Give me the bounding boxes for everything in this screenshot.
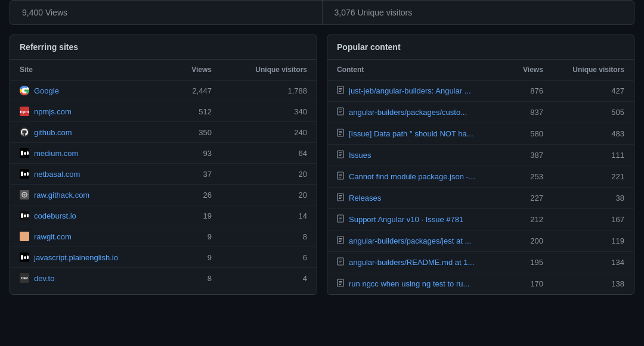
google-icon xyxy=(20,86,29,95)
popular-content-row: Support Angular v10 · Issue #781 212 167 xyxy=(327,209,634,230)
content-unique: 221 xyxy=(553,166,634,188)
content-views: 876 xyxy=(507,80,552,102)
referring-site-row: medium.com 93 64 xyxy=(10,143,317,164)
content-unique: 134 xyxy=(553,252,634,273)
content-unique: 505 xyxy=(553,102,634,123)
popular-content-row: angular-builders/packages/custo... 837 5… xyxy=(327,102,634,123)
content-link[interactable]: angular-builders/packages/custo... xyxy=(349,108,467,117)
site-unique: 1,788 xyxy=(221,80,317,101)
site-link[interactable]: medium.com xyxy=(34,149,78,158)
content-link[interactable]: just-jeb/angular-builders: Angular ... xyxy=(349,86,471,95)
site-views: 350 xyxy=(168,122,221,143)
content-col-header: Content xyxy=(327,60,507,80)
site-link[interactable]: netbasal.com xyxy=(34,170,80,179)
site-link[interactable]: codeburst.io xyxy=(34,211,76,220)
content-cell: Releases xyxy=(327,188,507,209)
site-link[interactable]: raw.githack.com xyxy=(34,191,89,200)
referring-site-row: netbasal.com 37 20 xyxy=(10,164,317,185)
document-icon xyxy=(337,172,344,182)
popular-content-header-row: Content Views Unique visitors xyxy=(327,60,634,80)
content-link[interactable]: angular-builders/packages/jest at ... xyxy=(349,236,471,245)
document-icon xyxy=(337,150,344,160)
content-link[interactable]: Issues xyxy=(349,151,371,160)
content-cell: Issues xyxy=(327,145,507,166)
referring-site-row: DEV dev.to 8 4 xyxy=(10,268,317,289)
referring-site-row: npm npmjs.com 512 340 xyxy=(10,101,317,122)
content-unique: 483 xyxy=(553,123,634,145)
content-views: 227 xyxy=(507,188,552,209)
content-link[interactable]: [Issue] Data path '' should NOT ha... xyxy=(349,129,473,138)
site-cell: javascript.plainenglish.io xyxy=(10,247,168,268)
content-link[interactable]: angular-builders/README.md at 1... xyxy=(349,258,474,267)
popular-content-table: Content Views Unique visitors just-jeb xyxy=(327,60,634,294)
popular-content-panel: Popular content Content Views Unique vis… xyxy=(327,35,634,295)
site-link[interactable]: npmjs.com xyxy=(34,107,72,116)
github-icon xyxy=(20,127,29,137)
site-views: 93 xyxy=(168,143,221,164)
site-views: 19 xyxy=(168,205,221,226)
rawgit-icon xyxy=(20,232,29,241)
site-link[interactable]: rawgit.com xyxy=(34,232,72,241)
referring-site-row: codeburst.io 19 14 xyxy=(10,205,317,226)
site-views: 8 xyxy=(168,268,221,289)
content-link[interactable]: run ngcc when using ng test to ru... xyxy=(349,279,469,288)
content-link[interactable]: Releases xyxy=(349,194,381,202)
medium-icon xyxy=(20,148,29,158)
document-icon xyxy=(337,236,344,246)
content-views: 387 xyxy=(507,145,552,166)
site-link[interactable]: dev.to xyxy=(34,274,54,283)
content-views: 200 xyxy=(507,230,552,252)
content-cell: angular-builders/README.md at 1... xyxy=(327,252,507,273)
referring-sites-title: Referring sites xyxy=(10,35,317,60)
unique-visitors-stat: 3,076 Unique visitors xyxy=(323,1,634,24)
referring-site-row: rawgit.com 9 8 xyxy=(10,226,317,247)
document-icon xyxy=(337,193,344,203)
site-views: 9 xyxy=(168,247,221,268)
content-cell: Support Angular v10 · Issue #781 xyxy=(327,209,507,230)
site-views: 512 xyxy=(168,101,221,122)
site-unique: 8 xyxy=(221,226,317,247)
content-views: 195 xyxy=(507,252,552,273)
netbasal-icon xyxy=(20,169,29,179)
site-views: 9 xyxy=(168,226,221,247)
site-cell: raw.githack.com xyxy=(10,185,168,205)
referring-site-row: github.com 350 240 xyxy=(10,122,317,143)
content-views: 212 xyxy=(507,209,552,230)
referring-site-row: raw.githack.com 26 20 xyxy=(10,185,317,205)
content-link[interactable]: Support Angular v10 · Issue #781 xyxy=(349,215,463,224)
site-cell: codeburst.io xyxy=(10,205,168,226)
content-views: 170 xyxy=(507,273,552,295)
referring-site-row: Google 2,447 1,788 xyxy=(10,80,317,101)
content-unique: 138 xyxy=(553,273,634,295)
popular-content-row: run ngcc when using ng test to ru... 170… xyxy=(327,273,634,295)
unique-visitors-value: 3,076 Unique visitors xyxy=(335,8,413,17)
popular-content-row: Issues 387 111 xyxy=(327,145,634,166)
site-unique: 14 xyxy=(221,205,317,226)
content-views-col-header: Views xyxy=(507,60,552,80)
views-value: 9,400 Views xyxy=(22,8,67,17)
codeburst-icon xyxy=(20,211,29,220)
site-cell: Google xyxy=(10,80,168,101)
npm-icon: npm xyxy=(20,107,29,116)
content-cell: Cannot find module package.json -... xyxy=(327,166,507,188)
site-link[interactable]: javascript.plainenglish.io xyxy=(34,253,118,262)
views-col-header: Views xyxy=(168,60,221,80)
site-unique: 64 xyxy=(221,143,317,164)
unique-col-header: Unique visitors xyxy=(221,60,317,80)
popular-content-row: Cannot find module package.json -... 253… xyxy=(327,166,634,188)
jsplain-icon xyxy=(20,253,29,262)
site-cell: npm npmjs.com xyxy=(10,101,168,122)
content-views: 580 xyxy=(507,123,552,145)
referring-sites-table: Site Views Unique visitors Google 2,447 … xyxy=(10,60,317,288)
content-unique: 427 xyxy=(553,80,634,102)
site-link[interactable]: github.com xyxy=(34,128,72,137)
site-unique: 4 xyxy=(221,268,317,289)
site-unique: 6 xyxy=(221,247,317,268)
content-views: 253 xyxy=(507,166,552,188)
referring-sites-header-row: Site Views Unique visitors xyxy=(10,60,317,80)
site-link[interactable]: Google xyxy=(34,86,59,95)
content-cell: angular-builders/packages/jest at ... xyxy=(327,230,507,252)
content-unique-col-header: Unique visitors xyxy=(553,60,634,80)
content-link[interactable]: Cannot find module package.json -... xyxy=(349,172,475,181)
content-cell: angular-builders/packages/custo... xyxy=(327,102,507,123)
